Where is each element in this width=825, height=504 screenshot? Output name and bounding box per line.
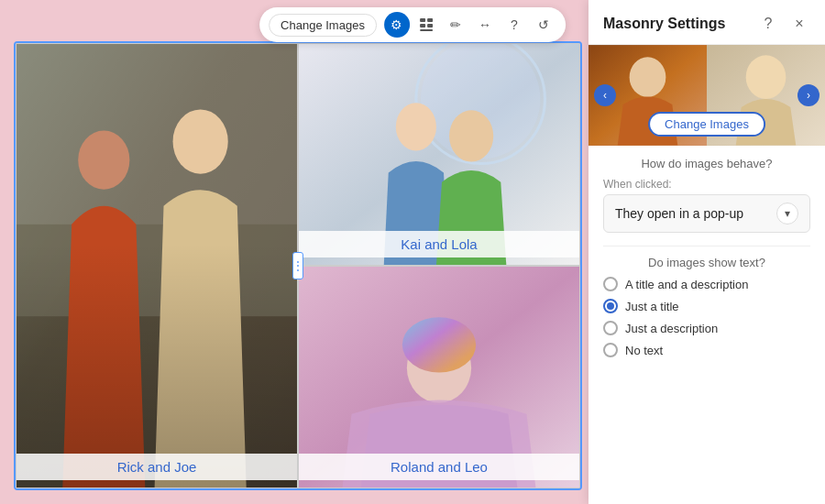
radio-label-no-text: No text <box>625 344 663 357</box>
radio-title-desc[interactable]: A title and a description <box>603 277 810 291</box>
settings-icon-button[interactable]: ⚙ <box>384 12 410 38</box>
radio-just-desc[interactable]: Just a description <box>603 321 810 335</box>
svg-point-14 <box>449 110 493 161</box>
radio-circle-just-title <box>603 299 618 313</box>
settings-header: Masonry Settings ? × <box>588 0 825 45</box>
text-radio-group: A title and a description Just a title J… <box>603 277 810 357</box>
when-clicked-label: When clicked: <box>603 178 810 191</box>
canvas-area: Rick and Joe <box>0 0 596 504</box>
undo-icon-button[interactable]: ↺ <box>531 12 556 38</box>
when-clicked-value: They open in a pop-up <box>615 206 743 221</box>
svg-rect-1 <box>427 18 433 22</box>
settings-title: Masonry Settings <box>603 16 725 32</box>
radio-just-title[interactable]: Just a title <box>603 299 810 313</box>
radio-label-just-title: Just a title <box>625 300 679 313</box>
change-images-button[interactable]: Change Images <box>269 14 377 37</box>
behavior-label: How do images behave? <box>603 157 810 170</box>
radio-label-just-desc: Just a description <box>625 322 718 335</box>
svg-point-8 <box>78 131 129 190</box>
toolbar: Change Images ⚙ ✏ ↔ ? ↺ <box>259 7 566 42</box>
settings-content: How do images behave? When clicked: They… <box>588 146 825 504</box>
panel-change-images-button[interactable]: Change Images <box>648 112 765 137</box>
svg-point-19 <box>630 57 666 97</box>
settings-close-button[interactable]: × <box>788 13 810 35</box>
radio-circle-no-text <box>603 343 618 357</box>
grid-item-rick-joe[interactable]: Rick and Joe <box>16 43 298 488</box>
photo-rick-joe <box>16 44 297 488</box>
layout-icon-button[interactable] <box>413 12 439 38</box>
dropdown-arrow-icon[interactable]: ▾ <box>776 203 798 225</box>
kai-lola-caption: Kai and Lola <box>299 231 579 257</box>
svg-rect-4 <box>420 29 433 31</box>
help-icon-button[interactable]: ? <box>501 12 527 38</box>
svg-point-9 <box>173 109 228 173</box>
grid-item-roland-leo[interactable]: Roland and Leo <box>298 266 580 488</box>
resize-handle[interactable] <box>292 252 303 279</box>
radio-circle-title-desc <box>603 277 618 291</box>
divider <box>603 246 810 247</box>
rick-joe-caption: Rick and Joe <box>16 454 297 480</box>
when-clicked-dropdown[interactable]: They open in a pop-up ▾ <box>603 194 810 233</box>
text-label: Do images show text? <box>603 256 810 269</box>
preview-next-button[interactable]: › <box>798 84 820 106</box>
svg-point-17 <box>402 317 476 372</box>
edit-icon-button[interactable]: ✏ <box>443 12 468 38</box>
preview-strip: ‹ › Change Images <box>588 45 825 146</box>
svg-rect-2 <box>420 24 425 27</box>
svg-rect-0 <box>420 18 425 22</box>
settings-header-icons: ? × <box>757 13 810 35</box>
svg-rect-7 <box>16 225 297 488</box>
masonry-grid: Rick and Joe <box>14 41 582 490</box>
settings-help-button[interactable]: ? <box>757 13 779 35</box>
roland-leo-caption: Roland and Leo <box>299 454 579 480</box>
radio-circle-just-desc <box>603 321 618 335</box>
radio-label-title-desc: A title and a description <box>625 278 748 291</box>
preview-prev-button[interactable]: ‹ <box>594 84 616 106</box>
arrows-icon-button[interactable]: ↔ <box>472 12 498 38</box>
svg-point-21 <box>746 55 786 99</box>
radio-no-text[interactable]: No text <box>603 343 810 357</box>
settings-panel: Masonry Settings ? × <box>588 0 825 504</box>
grid-item-kai-lola[interactable]: Kai and Lola <box>298 43 580 266</box>
svg-point-13 <box>396 103 436 150</box>
svg-rect-3 <box>427 24 433 27</box>
svg-rect-6 <box>16 44 297 316</box>
